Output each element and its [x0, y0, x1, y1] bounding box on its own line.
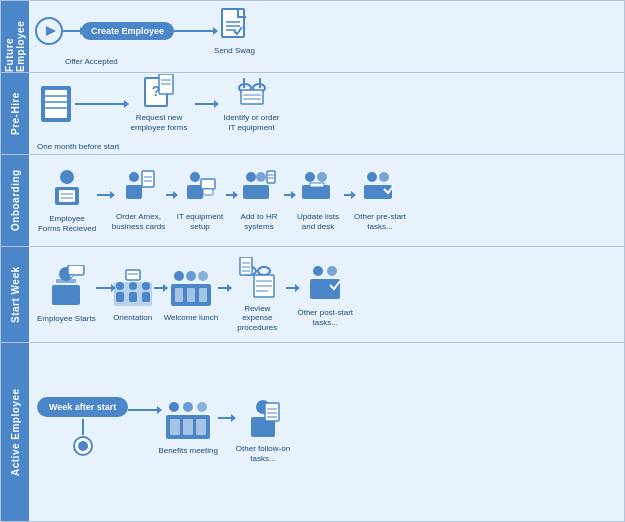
- add-hr-label: Add to HR systems: [234, 212, 284, 231]
- node-follow-on: Other follow-on tasks...: [232, 397, 294, 463]
- svg-point-65: [186, 271, 196, 281]
- svg-rect-7: [45, 90, 67, 118]
- node-db: [37, 84, 75, 124]
- lane-start-week: Start Week Employee Starts: [1, 247, 624, 343]
- emp-forms-label: Employee Forms Recieved: [37, 214, 97, 233]
- svg-rect-52: [56, 279, 76, 283]
- svg-point-66: [198, 271, 208, 281]
- lane-active-employee: Active Employee Week after start: [1, 343, 624, 521]
- node-emp-forms: Employee Forms Recieved: [37, 167, 97, 233]
- svg-rect-73: [240, 257, 252, 275]
- svg-point-81: [313, 266, 323, 276]
- svg-point-59: [129, 282, 137, 290]
- svg-point-85: [78, 441, 88, 451]
- lane-content-onboarding: Employee Forms Recieved Order Amex, bu: [29, 155, 624, 246]
- node-identify-it: Identify or order IT equipment: [219, 74, 284, 132]
- svg-rect-46: [310, 183, 324, 187]
- lane-label-future: Future Employee: [1, 1, 29, 72]
- welcome-lunch-label: Welcome lunch: [164, 313, 219, 323]
- update-lists-label: Update lists and desk: [292, 212, 344, 231]
- lane-content-start-week: Employee Starts: [29, 247, 624, 342]
- svg-point-44: [317, 172, 327, 182]
- svg-rect-30: [142, 171, 154, 187]
- lane-future-employee: Future Employee Create Employee: [1, 1, 624, 73]
- order-amex-label: Order Amex, business cards: [111, 212, 166, 231]
- node-add-hr: Add to HR systems: [234, 169, 284, 231]
- svg-point-87: [183, 402, 193, 412]
- svg-rect-18: [243, 78, 245, 88]
- svg-rect-91: [183, 419, 193, 435]
- node-play: [35, 17, 63, 45]
- svg-point-48: [379, 172, 389, 182]
- create-employee-label: Create Employee: [81, 22, 174, 40]
- identify-it-label: Identify or order IT equipment: [219, 113, 284, 132]
- lane-content-future: Create Employee Send Swag: [29, 1, 624, 72]
- one-month-label: One month before start: [37, 142, 119, 151]
- pre-start-label: Other pre-start tasks...: [352, 212, 408, 231]
- it-setup-label: IT equipment setup: [174, 212, 226, 231]
- node-pre-start: Other pre-start tasks...: [352, 169, 408, 231]
- svg-point-64: [174, 271, 184, 281]
- svg-point-86: [169, 402, 179, 412]
- svg-rect-61: [116, 292, 124, 302]
- svg-marker-54: [70, 275, 74, 279]
- svg-point-33: [190, 172, 200, 182]
- node-post-start: Other post-start tasks...: [296, 261, 354, 327]
- node-benefits: Benefits meeting: [158, 397, 218, 456]
- svg-rect-53: [68, 265, 84, 275]
- svg-rect-68: [175, 288, 183, 302]
- svg-rect-39: [243, 185, 269, 199]
- svg-rect-36: [203, 189, 213, 195]
- svg-point-47: [367, 172, 377, 182]
- post-start-label: Other post-start tasks...: [296, 308, 354, 327]
- offer-accepted-label: Offer Accepted: [65, 57, 118, 66]
- lane-label-active: Active Employee: [1, 343, 29, 521]
- svg-rect-35: [201, 179, 215, 189]
- lane-onboarding: Onboarding Employee Forms Recieved: [1, 155, 624, 247]
- svg-rect-51: [52, 285, 80, 305]
- svg-rect-95: [265, 403, 279, 421]
- svg-rect-29: [126, 185, 142, 199]
- svg-rect-90: [170, 419, 180, 435]
- svg-rect-92: [196, 419, 206, 435]
- svg-point-82: [327, 266, 337, 276]
- follow-on-label: Other follow-on tasks...: [232, 444, 294, 463]
- lane-content-active: Week after start: [29, 343, 624, 521]
- svg-point-38: [256, 172, 266, 182]
- svg-rect-40: [267, 171, 275, 183]
- diagram-container: Future Employee Create Employee: [0, 0, 625, 522]
- lane-label-onboarding: Onboarding: [1, 155, 29, 246]
- svg-point-43: [305, 172, 315, 182]
- benefits-label: Benefits meeting: [158, 446, 218, 456]
- svg-point-37: [246, 172, 256, 182]
- svg-point-72: [258, 267, 270, 275]
- svg-rect-63: [142, 292, 150, 302]
- node-order-amex: Order Amex, business cards: [111, 169, 166, 231]
- lane-label-start-week: Start Week: [1, 247, 29, 342]
- svg-rect-2: [222, 9, 244, 37]
- node-create-employee: Create Employee: [81, 22, 174, 40]
- svg-point-28: [129, 172, 139, 182]
- node-review-expense: Review expense procedures: [228, 257, 286, 333]
- svg-rect-69: [187, 288, 195, 302]
- node-update-lists: Update lists and desk: [292, 169, 344, 231]
- node-it-setup: IT equipment setup: [174, 169, 226, 231]
- request-forms-label: Request new employee forms: [129, 113, 189, 132]
- svg-rect-70: [199, 288, 207, 302]
- node-week-after: Week after start: [37, 397, 128, 417]
- svg-rect-20: [241, 90, 263, 104]
- svg-marker-1: [46, 26, 56, 36]
- node-orientation: Orientation: [112, 266, 154, 323]
- lane-content-pre-hire: ? Request new employee forms: [29, 73, 624, 154]
- svg-rect-25: [59, 190, 75, 202]
- emp-starts-label: Employee Starts: [37, 314, 96, 324]
- svg-rect-62: [129, 292, 137, 302]
- svg-rect-83: [310, 279, 340, 299]
- send-swag-label: Send Swag: [214, 46, 255, 56]
- node-end: [72, 435, 94, 457]
- svg-point-58: [116, 282, 124, 290]
- node-emp-starts: Employee Starts: [37, 265, 96, 324]
- svg-point-60: [142, 282, 150, 290]
- svg-rect-19: [259, 78, 261, 88]
- review-expense-label: Review expense procedures: [228, 304, 286, 333]
